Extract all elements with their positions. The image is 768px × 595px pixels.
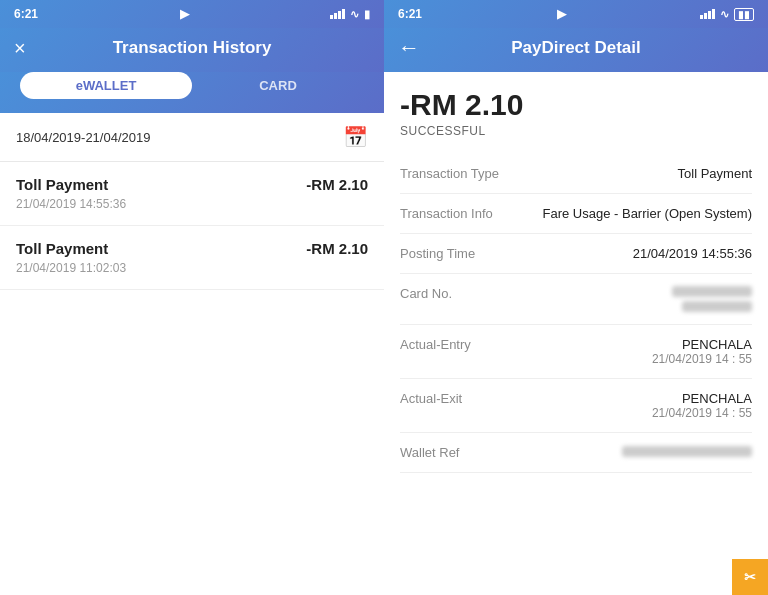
battery-icon: ▮ (364, 8, 370, 21)
detail-content: -RM 2.10 SUCCESSFUL Transaction Type Tol… (384, 72, 768, 595)
right-location-icon: ▶ (557, 7, 566, 21)
right-header: ← PayDirect Detail (384, 28, 768, 72)
transaction-list: Toll Payment 21/04/2019 14:55:36 -RM 2.1… (0, 162, 384, 595)
watermark-icon: ✂ (744, 569, 756, 585)
detail-row-actual-entry: Actual-Entry PENCHALA 21/04/2019 14 : 55 (400, 325, 752, 379)
label-wallet-ref: Wallet Ref (400, 445, 500, 460)
tab-ewallet[interactable]: eWALLET (20, 72, 192, 99)
right-signal-icon (700, 9, 715, 19)
transaction-amount-2: -RM 2.10 (306, 240, 368, 257)
detail-row-transaction-info: Transaction Info Fare Usage - Barrier (O… (400, 194, 752, 234)
tab-bar: eWALLET CARD (0, 72, 384, 113)
date-filter-row: 18/04/2019-21/04/2019 📅 (0, 113, 384, 162)
detail-row-card-no: Card No. (400, 274, 752, 325)
value-actual-entry: PENCHALA 21/04/2019 14 : 55 (652, 337, 752, 366)
left-header: × Transaction History (0, 28, 384, 72)
detail-row-transaction-type: Transaction Type Toll Payment (400, 154, 752, 194)
transaction-item-2[interactable]: Toll Payment 21/04/2019 11:02:03 -RM 2.1… (0, 226, 384, 290)
card-blur-1 (672, 286, 752, 297)
label-actual-entry: Actual-Entry (400, 337, 500, 352)
transaction-name-1: Toll Payment (16, 176, 126, 193)
card-blur-2 (682, 301, 752, 312)
detail-row-wallet-ref: Wallet Ref (400, 433, 752, 473)
label-transaction-type: Transaction Type (400, 166, 500, 181)
value-transaction-info: Fare Usage - Barrier (Open System) (542, 206, 752, 221)
actual-exit-time: 21/04/2019 14 : 55 (652, 406, 752, 420)
tab-card[interactable]: CARD (192, 72, 364, 99)
label-transaction-info: Transaction Info (400, 206, 500, 221)
transaction-date-2: 21/04/2019 11:02:03 (16, 261, 126, 275)
left-location-icon: ▶ (180, 7, 189, 21)
label-posting-time: Posting Time (400, 246, 500, 261)
right-panel: 6:21 ▶ ∿ ▮▮ ← PayDirect Detail -RM 2.10 … (384, 0, 768, 595)
watermark: ✂ (732, 559, 768, 595)
date-range-text: 18/04/2019-21/04/2019 (16, 130, 150, 145)
value-actual-exit: PENCHALA 21/04/2019 14 : 55 (652, 391, 752, 420)
left-panel: 6:21 ▶ ∿ ▮ × Transaction History eWALLET… (0, 0, 384, 595)
transaction-left-1: Toll Payment 21/04/2019 14:55:36 (16, 176, 126, 211)
amount-display: -RM 2.10 (400, 88, 752, 122)
transaction-date-1: 21/04/2019 14:55:36 (16, 197, 126, 211)
right-battery-icon: ▮▮ (734, 8, 754, 21)
actual-entry-place: PENCHALA (682, 337, 752, 352)
value-transaction-type: Toll Payment (678, 166, 752, 181)
transaction-left-2: Toll Payment 21/04/2019 11:02:03 (16, 240, 126, 275)
close-button[interactable]: × (14, 37, 26, 60)
left-time: 6:21 (14, 7, 38, 21)
signal-icon (330, 9, 345, 19)
right-time: 6:21 (398, 7, 422, 21)
value-posting-time: 21/04/2019 14:55:36 (633, 246, 752, 261)
back-button[interactable]: ← (398, 35, 420, 61)
value-card-no (672, 286, 752, 312)
status-badge: SUCCESSFUL (400, 124, 752, 138)
right-status-bar: 6:21 ▶ ∿ ▮▮ (384, 0, 768, 28)
transaction-item[interactable]: Toll Payment 21/04/2019 14:55:36 -RM 2.1… (0, 162, 384, 226)
right-header-title: PayDirect Detail (400, 38, 752, 58)
left-status-icons: ∿ ▮ (330, 8, 370, 21)
label-card-no: Card No. (400, 286, 500, 301)
left-header-title: Transaction History (16, 38, 368, 58)
right-wifi-icon: ∿ (720, 8, 729, 21)
right-status-icons: ∿ ▮▮ (700, 8, 754, 21)
detail-row-posting-time: Posting Time 21/04/2019 14:55:36 (400, 234, 752, 274)
actual-entry-time: 21/04/2019 14 : 55 (652, 352, 752, 366)
value-wallet-ref (622, 445, 752, 460)
wifi-icon: ∿ (350, 8, 359, 21)
actual-exit-place: PENCHALA (682, 391, 752, 406)
transaction-name-2: Toll Payment (16, 240, 126, 257)
calendar-icon[interactable]: 📅 (343, 125, 368, 149)
left-status-bar: 6:21 ▶ ∿ ▮ (0, 0, 384, 28)
detail-row-actual-exit: Actual-Exit PENCHALA 21/04/2019 14 : 55 (400, 379, 752, 433)
transaction-amount-1: -RM 2.10 (306, 176, 368, 193)
label-actual-exit: Actual-Exit (400, 391, 500, 406)
wallet-ref-blur (622, 446, 752, 457)
